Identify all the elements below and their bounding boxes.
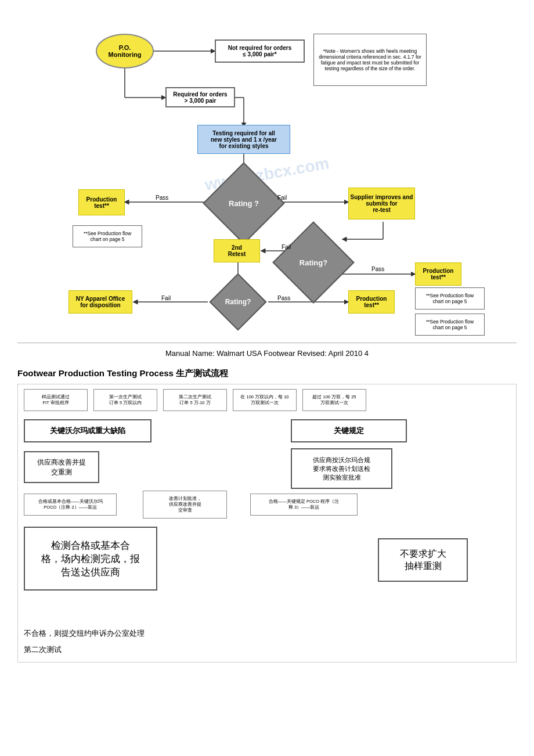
pf-key-walmart: 关键沃尔玛或重大缺陷: [24, 419, 151, 442]
testing-required-label: Testing required for all new styles and …: [211, 130, 277, 149]
pf-bottom-sm3-label: 合格——关键规定 POCO 程序（注 释 3）——装运: [269, 499, 339, 510]
rating2-diamond-shape: [272, 221, 354, 303]
note-label: *Note - Women's shoes with heels meeting…: [316, 48, 424, 71]
pf-top2: 第一次生产测试 订单 5 万双以内: [93, 389, 157, 411]
supplier-improves-label: Supplier improves and submits for re-tes…: [351, 194, 413, 213]
pf-bottom-sm2: 改善计划批准， 供应商改善并提 交审查: [143, 491, 227, 519]
see-prod2-label: **See Production flow chart on page 5: [426, 293, 474, 304]
rating3-diamond-shape: [210, 273, 267, 331]
not-required-label: Not required for orders ≤ 3,000 pair*: [228, 45, 291, 57]
pf-top3-label: 第二次生产测试 订单 5 万-10 万: [179, 394, 211, 406]
pf-supplier-comply-label: 供应商按沃尔玛合规 要求将改善计划送检 测实验室批准: [313, 456, 370, 482]
caption: Manual Name: Walmart USA Footwear Revise…: [17, 349, 517, 358]
production-test3-node: Production test**: [348, 290, 395, 314]
pf-top2-label: 第一次生产测试 订单 5 万双以内: [109, 394, 142, 406]
note-box: *Note - Women's shoes with heels meeting…: [313, 34, 427, 86]
second-retest-node: 2nd Retest: [214, 239, 260, 262]
pf-top1: 样品测试通过 FIT 审批程序: [24, 389, 88, 411]
pass1-label: Pass: [156, 195, 168, 201]
pf-bottom-sm1-label: 合格或基本合格——关键沃尔玛 POCO（注释 2）——装运: [38, 499, 103, 510]
fail2-label: Fail: [282, 244, 291, 250]
divider1: [17, 343, 517, 343]
fail3-label: Fail: [161, 295, 171, 301]
ny-apparel-label: NY Apparel Office for disposition: [76, 296, 125, 308]
po-monitoring-node: P.O. Monitoring: [96, 34, 154, 69]
rating1-diamond-shape: [203, 162, 284, 244]
production-test1-node: Production test**: [78, 189, 125, 215]
pf-bottom-text2: 第二次测试: [24, 645, 62, 655]
see-prod1-node: **See Production flow chart on page 5: [73, 225, 142, 247]
rating2-diamond: Rating?: [284, 233, 342, 291]
rating3-diamond: Rating?: [208, 283, 268, 321]
rating1-diamond: Rating ?: [214, 173, 274, 233]
pf-bottom-sm1: 合格或基本合格——关键沃尔玛 POCO（注释 2）——装运: [24, 494, 117, 516]
pf-key-walmart-label: 关键沃尔玛或重大缺陷: [50, 426, 125, 436]
pf-bottom-sm2-label: 改善计划批准， 供应商改善并提 交审查: [169, 496, 201, 513]
required-label: Required for orders > 3,000 pair: [173, 91, 227, 104]
pf-supplier-comply: 供应商按沃尔玛合规 要求将改善计划送检 测实验室批准: [291, 448, 392, 489]
pf-big-box1: 检测合格或基本合 格，场内检测完成，报 告送达供应商: [24, 527, 157, 591]
production-test2-node: Production test**: [415, 262, 461, 286]
pf-top5-label: 超过 100 万双，每 25 万双测试一次: [312, 394, 356, 406]
pf-bottom-sm3: 合格——关键规定 POCO 程序（注 释 3）——装运: [250, 494, 358, 516]
production-test3-label: Production test**: [356, 296, 387, 308]
pf-improve-submit-label: 供应商改善并提 交重测: [37, 458, 86, 477]
pass2-label: Pass: [371, 266, 384, 272]
pf-big-box1-label: 检测合格或基本合 格，场内检测完成，报 告送达供应商: [41, 539, 140, 579]
pf-top4: 在 100 万双以内，每 10 万双测试一次: [233, 389, 297, 411]
section-title: Footwear Production Testing Process 生产测试…: [17, 368, 517, 379]
ny-apparel-node: NY Apparel Office for disposition: [68, 290, 132, 314]
pf-bottom-text1: 不合格，则提交纽约申诉办公室处理: [24, 628, 145, 639]
pf-top3: 第二次生产测试 订单 5 万-10 万: [163, 389, 227, 411]
see-prod3-node: **See Production flow chart on page 5: [415, 314, 485, 336]
pf-top4-label: 在 100 万双以内，每 10 万双测试一次: [240, 394, 288, 406]
pf-top5: 超过 100 万双，每 25 万双测试一次: [302, 389, 366, 411]
pf-big-box2-label: 不要求扩大 抽样重测: [400, 548, 446, 573]
testing-required-node: Testing required for all new styles and …: [197, 125, 290, 154]
see-prod3-label: **See Production flow chart on page 5: [426, 319, 474, 330]
pf-big-box2: 不要求扩大 抽样重测: [378, 538, 468, 582]
pf-top1-label: 样品测试通过 FIT 审批程序: [42, 394, 70, 406]
page: www.bzbcx.com: [0, 0, 534, 674]
pf-improve-submit: 供应商改善并提 交重测: [24, 451, 99, 483]
production-test2-label: Production test**: [423, 268, 454, 280]
second-retest-label: 2nd Retest: [228, 244, 246, 257]
fail1-label: Fail: [277, 195, 287, 201]
pass3-label: Pass: [277, 295, 290, 301]
see-prod2-node: **See Production flow chart on page 5: [415, 287, 485, 309]
supplier-improves-node: Supplier improves and submits for re-tes…: [348, 188, 415, 219]
not-required-node: Not required for orders ≤ 3,000 pair*: [215, 39, 305, 63]
po-monitoring-label: P.O. Monitoring: [109, 44, 142, 58]
production-flow-chart: 样品测试通过 FIT 审批程序 第一次生产测试 订单 5 万双以内 第二次生产测…: [17, 384, 517, 663]
see-prod1-label: **See Production flow chart on page 5: [84, 231, 131, 242]
production-test1-label: Production test**: [86, 196, 117, 209]
pf-key-rules-label: 关键规定: [334, 426, 364, 436]
flowchart: www.bzbcx.com: [17, 12, 517, 337]
required-node: Required for orders > 3,000 pair: [165, 87, 235, 107]
pf-key-rules: 关键规定: [291, 419, 407, 442]
